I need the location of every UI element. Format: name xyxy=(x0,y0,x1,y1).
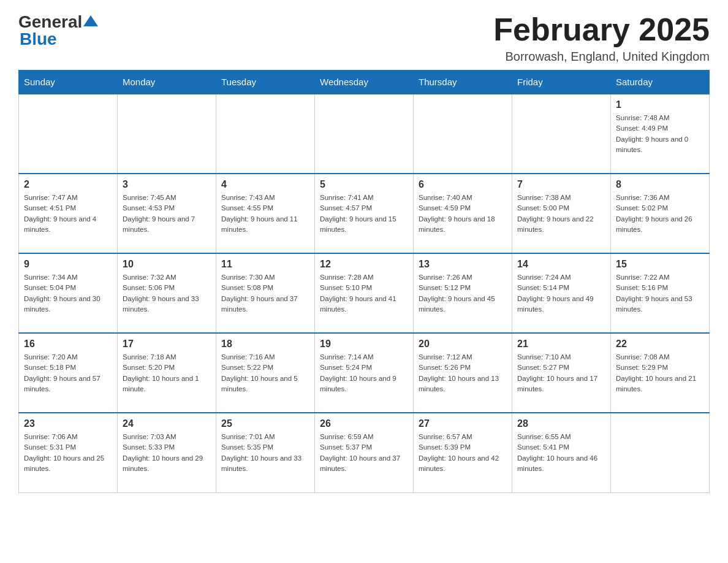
day-number: 15 xyxy=(616,259,704,270)
day-number: 6 xyxy=(419,179,507,190)
day-info: Sunrise: 7:30 AM Sunset: 5:08 PM Dayligh… xyxy=(221,272,309,315)
day-number: 1 xyxy=(616,99,704,110)
day-info: Sunrise: 7:10 AM Sunset: 5:27 PM Dayligh… xyxy=(517,352,605,394)
day-number: 18 xyxy=(221,339,309,350)
header-day-monday: Monday xyxy=(118,71,216,94)
day-info: Sunrise: 7:18 AM Sunset: 5:20 PM Dayligh… xyxy=(123,352,211,394)
day-number: 3 xyxy=(123,179,211,190)
header-day-thursday: Thursday xyxy=(414,71,512,94)
day-number: 11 xyxy=(221,259,309,270)
day-info: Sunrise: 7:20 AM Sunset: 5:18 PM Dayligh… xyxy=(24,352,112,394)
day-info: Sunrise: 7:32 AM Sunset: 5:06 PM Dayligh… xyxy=(123,272,211,315)
day-info: Sunrise: 7:08 AM Sunset: 5:29 PM Dayligh… xyxy=(616,352,704,394)
day-number: 23 xyxy=(24,418,112,429)
calendar-cell: 28Sunrise: 6:55 AM Sunset: 5:41 PM Dayli… xyxy=(512,413,611,492)
day-info: Sunrise: 7:34 AM Sunset: 5:04 PM Dayligh… xyxy=(24,272,112,315)
day-number: 13 xyxy=(419,259,507,270)
day-number: 26 xyxy=(320,418,408,429)
calendar-cell: 6Sunrise: 7:40 AM Sunset: 4:59 PM Daylig… xyxy=(414,174,512,253)
calendar-week-row: 23Sunrise: 7:06 AM Sunset: 5:31 PM Dayli… xyxy=(19,413,710,492)
calendar-week-row: 1Sunrise: 7:48 AM Sunset: 4:49 PM Daylig… xyxy=(19,94,710,174)
calendar-cell xyxy=(216,94,315,174)
day-info: Sunrise: 7:16 AM Sunset: 5:22 PM Dayligh… xyxy=(221,352,309,394)
day-info: Sunrise: 7:24 AM Sunset: 5:14 PM Dayligh… xyxy=(517,272,605,315)
calendar-week-row: 2Sunrise: 7:47 AM Sunset: 4:51 PM Daylig… xyxy=(19,174,710,253)
day-info: Sunrise: 6:59 AM Sunset: 5:37 PM Dayligh… xyxy=(320,432,408,474)
calendar-week-row: 16Sunrise: 7:20 AM Sunset: 5:18 PM Dayli… xyxy=(19,333,710,413)
calendar-cell xyxy=(315,94,414,174)
day-number: 7 xyxy=(517,179,605,190)
day-number: 16 xyxy=(24,339,112,350)
day-number: 12 xyxy=(320,259,408,270)
calendar-cell: 22Sunrise: 7:08 AM Sunset: 5:29 PM Dayli… xyxy=(611,333,710,413)
calendar-cell: 2Sunrise: 7:47 AM Sunset: 4:51 PM Daylig… xyxy=(19,174,118,253)
calendar-cell: 19Sunrise: 7:14 AM Sunset: 5:24 PM Dayli… xyxy=(315,333,414,413)
day-info: Sunrise: 7:12 AM Sunset: 5:26 PM Dayligh… xyxy=(419,352,507,394)
day-info: Sunrise: 7:01 AM Sunset: 5:35 PM Dayligh… xyxy=(221,432,309,474)
calendar-table: SundayMondayTuesdayWednesdayThursdayFrid… xyxy=(18,70,710,493)
day-info: Sunrise: 7:47 AM Sunset: 4:51 PM Dayligh… xyxy=(24,193,112,235)
logo: General Blue xyxy=(18,12,98,49)
day-info: Sunrise: 7:26 AM Sunset: 5:12 PM Dayligh… xyxy=(419,272,507,315)
location-text: Borrowash, England, United Kingdom xyxy=(493,50,710,64)
day-number: 20 xyxy=(419,339,507,350)
calendar-cell: 23Sunrise: 7:06 AM Sunset: 5:31 PM Dayli… xyxy=(19,413,118,492)
calendar-cell: 15Sunrise: 7:22 AM Sunset: 5:16 PM Dayli… xyxy=(611,253,710,333)
day-info: Sunrise: 7:06 AM Sunset: 5:31 PM Dayligh… xyxy=(24,432,112,474)
logo-blue-text: Blue xyxy=(20,29,57,48)
day-info: Sunrise: 6:57 AM Sunset: 5:39 PM Dayligh… xyxy=(419,432,507,474)
day-number: 10 xyxy=(123,259,211,270)
calendar-week-row: 9Sunrise: 7:34 AM Sunset: 5:04 PM Daylig… xyxy=(19,253,710,333)
day-number: 9 xyxy=(24,259,112,270)
day-info: Sunrise: 7:45 AM Sunset: 4:53 PM Dayligh… xyxy=(123,193,211,235)
calendar-cell: 3Sunrise: 7:45 AM Sunset: 4:53 PM Daylig… xyxy=(118,174,216,253)
calendar-cell xyxy=(118,94,216,174)
month-title: February 2025 xyxy=(493,12,710,47)
calendar-cell: 8Sunrise: 7:36 AM Sunset: 5:02 PM Daylig… xyxy=(611,174,710,253)
day-info: Sunrise: 7:36 AM Sunset: 5:02 PM Dayligh… xyxy=(616,193,704,235)
calendar-cell: 14Sunrise: 7:24 AM Sunset: 5:14 PM Dayli… xyxy=(512,253,611,333)
day-number: 19 xyxy=(320,339,408,350)
day-number: 5 xyxy=(320,179,408,190)
header-day-saturday: Saturday xyxy=(611,71,710,94)
calendar-cell: 5Sunrise: 7:41 AM Sunset: 4:57 PM Daylig… xyxy=(315,174,414,253)
day-info: Sunrise: 7:48 AM Sunset: 4:49 PM Dayligh… xyxy=(616,113,704,155)
day-info: Sunrise: 7:40 AM Sunset: 4:59 PM Dayligh… xyxy=(419,193,507,235)
calendar-cell: 13Sunrise: 7:26 AM Sunset: 5:12 PM Dayli… xyxy=(414,253,512,333)
calendar-cell: 27Sunrise: 6:57 AM Sunset: 5:39 PM Dayli… xyxy=(414,413,512,492)
calendar-header-row: SundayMondayTuesdayWednesdayThursdayFrid… xyxy=(19,71,710,94)
calendar-cell: 7Sunrise: 7:38 AM Sunset: 5:00 PM Daylig… xyxy=(512,174,611,253)
day-info: Sunrise: 7:03 AM Sunset: 5:33 PM Dayligh… xyxy=(123,432,211,474)
calendar-cell: 16Sunrise: 7:20 AM Sunset: 5:18 PM Dayli… xyxy=(19,333,118,413)
day-info: Sunrise: 7:41 AM Sunset: 4:57 PM Dayligh… xyxy=(320,193,408,235)
day-number: 25 xyxy=(221,418,309,429)
calendar-cell xyxy=(611,413,710,492)
day-number: 14 xyxy=(517,259,605,270)
day-number: 4 xyxy=(221,179,309,190)
header-day-friday: Friday xyxy=(512,71,611,94)
calendar-cell: 1Sunrise: 7:48 AM Sunset: 4:49 PM Daylig… xyxy=(611,94,710,174)
calendar-cell: 12Sunrise: 7:28 AM Sunset: 5:10 PM Dayli… xyxy=(315,253,414,333)
calendar-cell: 25Sunrise: 7:01 AM Sunset: 5:35 PM Dayli… xyxy=(216,413,315,492)
page-header: General Blue February 2025 Borrowash, En… xyxy=(18,12,710,64)
day-number: 21 xyxy=(517,339,605,350)
day-info: Sunrise: 7:38 AM Sunset: 5:00 PM Dayligh… xyxy=(517,193,605,235)
day-number: 8 xyxy=(616,179,704,190)
header-day-wednesday: Wednesday xyxy=(315,71,414,94)
title-section: February 2025 Borrowash, England, United… xyxy=(493,12,710,64)
calendar-cell: 4Sunrise: 7:43 AM Sunset: 4:55 PM Daylig… xyxy=(216,174,315,253)
day-info: Sunrise: 6:55 AM Sunset: 5:41 PM Dayligh… xyxy=(517,432,605,474)
calendar-cell: 10Sunrise: 7:32 AM Sunset: 5:06 PM Dayli… xyxy=(118,253,216,333)
calendar-cell: 18Sunrise: 7:16 AM Sunset: 5:22 PM Dayli… xyxy=(216,333,315,413)
day-info: Sunrise: 7:28 AM Sunset: 5:10 PM Dayligh… xyxy=(320,272,408,315)
day-number: 17 xyxy=(123,339,211,350)
day-number: 24 xyxy=(123,418,211,429)
header-day-tuesday: Tuesday xyxy=(216,71,315,94)
day-info: Sunrise: 7:22 AM Sunset: 5:16 PM Dayligh… xyxy=(616,272,704,315)
day-number: 2 xyxy=(24,179,112,190)
calendar-cell xyxy=(414,94,512,174)
day-info: Sunrise: 7:43 AM Sunset: 4:55 PM Dayligh… xyxy=(221,193,309,235)
day-number: 28 xyxy=(517,418,605,429)
calendar-cell: 20Sunrise: 7:12 AM Sunset: 5:26 PM Dayli… xyxy=(414,333,512,413)
day-info: Sunrise: 7:14 AM Sunset: 5:24 PM Dayligh… xyxy=(320,352,408,394)
